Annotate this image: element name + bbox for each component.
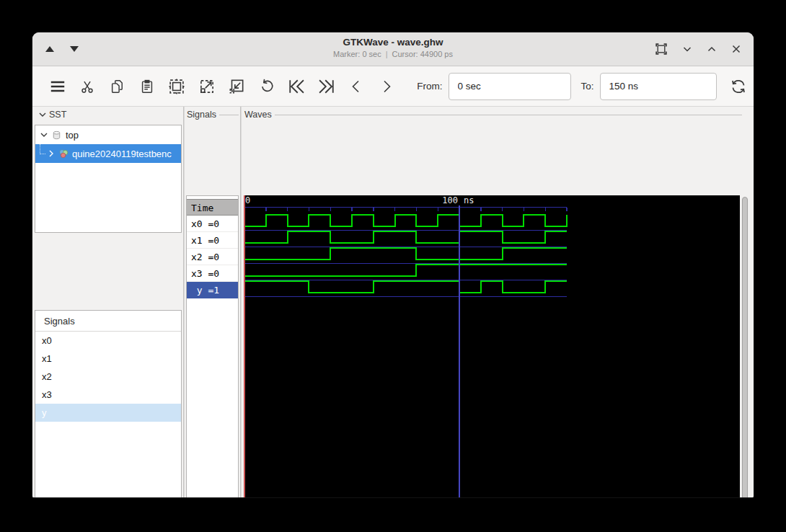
tree-item-label: quine20240119testbenc [72,148,172,159]
frame-icon [654,42,668,56]
step-right-button[interactable] [371,72,401,101]
signal-name-row[interactable]: x3 =0 [187,265,238,282]
splitter-right[interactable] [240,107,242,497]
signal-names-panel: Time x0 =0 x1 =0 x2 =0 x3 =0 y =1 [186,195,239,497]
splitter-left[interactable] [183,107,185,497]
signal-list-item-selected[interactable]: y [35,404,181,422]
paste-button[interactable] [132,72,162,101]
status-divider: | [386,50,388,58]
sst-tree: top quine20240119testbenc [35,125,182,233]
signal-list-item[interactable]: x0 [35,332,181,350]
expander-down-icon[interactable] [40,130,48,139]
zoom-out-button[interactable] [222,72,252,101]
zoom-fit-button[interactable] [162,72,192,101]
triangle-down-icon [70,46,79,52]
sst-label: SST [49,110,66,120]
wave-svg: 0100ns [244,195,740,497]
names-panel-title: Signals [187,110,216,120]
triangle-up-icon [45,46,54,52]
window-status: Marker: 0 sec|Cursor: 44900 ps [32,50,754,58]
names-frame-label: Signals [187,110,239,120]
step-left-button[interactable] [341,72,371,101]
shade-up-button[interactable] [43,42,57,56]
to-start-button[interactable] [282,72,312,101]
titlebar: GTKWave - wave.ghw Marker: 0 sec|Cursor:… [32,32,754,66]
from-input[interactable] [449,73,571,100]
to-end-button[interactable] [312,72,341,101]
tree-item-testbench[interactable]: quine20240119testbenc [35,144,181,163]
reload-button[interactable] [724,72,754,101]
undo-button[interactable] [252,72,281,101]
clipboard-icon [139,79,155,94]
reload-icon [729,77,748,96]
copy-icon [110,79,125,94]
expander-right-icon[interactable] [47,149,56,158]
signal-list-item[interactable]: x2 [35,368,181,386]
tree-item-top[interactable]: top [35,125,181,144]
tree-item-label: top [66,130,79,141]
cursor-status: Cursor: 44900 ps [392,50,453,58]
module-icon [58,148,69,159]
undo-arrow-icon [258,78,275,95]
waves-frame-label: Waves [244,110,742,120]
copy-button[interactable] [102,72,132,101]
sst-header[interactable]: SST [38,110,66,120]
close-icon [730,43,742,55]
zoom-in-button[interactable] [192,72,221,101]
signal-name-row[interactable]: x2 =0 [187,249,238,265]
window-title: GTKWave - wave.ghw [32,37,754,48]
from-label: From: [417,81,442,92]
signal-name-row[interactable]: x1 =0 [187,232,238,249]
waves-panel-title: Waves [244,110,272,120]
keep-above-button[interactable] [654,42,668,56]
svg-text:ns: ns [464,195,474,205]
main-area: SST top quine20240119testbenc Signals x0… [32,107,754,497]
wave-viewport[interactable]: 0100ns [244,195,740,497]
skip-to-end-icon [317,76,337,97]
signal-browser-panel: Signals x0 x1 x2 x3 y [35,310,182,497]
zoom-in-icon [198,77,216,96]
signal-list-item[interactable]: x1 [35,350,181,368]
chevron-up-icon [706,43,717,55]
tree-branch-line [40,144,45,154]
cut-button[interactable] [72,72,102,101]
to-label: To: [581,81,594,92]
signal-browser-title: Signals [35,311,181,332]
time-header[interactable]: Time [187,199,238,216]
maximize-button[interactable] [706,43,717,55]
skip-to-start-icon [286,76,306,97]
shade-down-button[interactable] [67,42,81,56]
scissors-icon [79,79,95,94]
signal-name-row-selected[interactable]: y =1 [187,282,238,298]
zoom-fit-icon [167,77,186,96]
chevron-right-icon [378,78,395,95]
chevron-left-icon [348,78,365,95]
signal-list-item[interactable]: x3 [35,386,181,404]
close-button[interactable] [730,43,742,55]
toolbar: From: To: [32,66,754,107]
wave-vscrollbar-thumb[interactable] [742,197,748,497]
chevron-down-icon [681,43,693,55]
menu-button[interactable] [43,72,72,101]
svg-text:100: 100 [442,195,458,205]
marker-status: Marker: 0 sec [333,50,381,58]
expander-down-icon [38,110,47,119]
zoom-out-icon [227,77,246,96]
gtkwave-window: GTKWave - wave.ghw Marker: 0 sec|Cursor:… [32,32,754,497]
wave-vscrollbar[interactable] [741,197,749,497]
scope-cylinder-icon [51,130,62,141]
svg-text:0: 0 [245,195,250,205]
signal-name-row[interactable]: x0 =0 [187,216,238,232]
minimize-button[interactable] [681,43,693,55]
hamburger-icon [48,77,67,96]
to-input[interactable] [600,73,717,100]
